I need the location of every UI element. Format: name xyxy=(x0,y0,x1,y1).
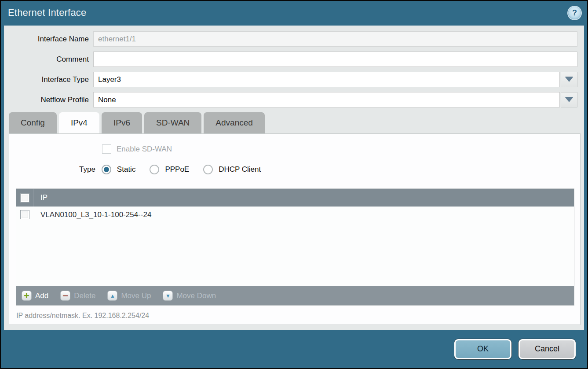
interface-type-dropdown-button[interactable] xyxy=(561,72,577,87)
title-bar: Ethernet Interface ? xyxy=(1,1,587,25)
arrow-up-icon: ▲ xyxy=(107,291,117,301)
select-all-checkbox[interactable] xyxy=(20,193,29,203)
enable-sdwan-label: Enable SD-WAN xyxy=(117,145,172,154)
select-all-cell xyxy=(16,189,33,207)
minus-icon: − xyxy=(60,291,70,301)
chevron-down-icon xyxy=(565,77,573,82)
move-down-button-label: Move Down xyxy=(176,292,216,300)
radio-dhcp-client[interactable] xyxy=(203,165,213,174)
ip-table-header: IP xyxy=(16,189,574,207)
delete-button-label: Delete xyxy=(74,292,95,300)
interface-form: Interface Name Comment Interface Type xyxy=(4,26,584,107)
dialog-title: Ethernet Interface xyxy=(8,7,86,18)
interface-name-label: Interface Name xyxy=(4,35,93,44)
arrow-down-icon: ▼ xyxy=(163,291,173,301)
radio-static-label: Static xyxy=(117,165,136,174)
add-button[interactable]: + Add xyxy=(22,291,48,301)
table-row[interactable]: VLAN0100_L3_10-1-100-254--24 xyxy=(16,207,574,223)
move-down-button: ▼ Move Down xyxy=(163,291,216,301)
cancel-button[interactable]: Cancel xyxy=(519,339,576,359)
ip-cell-value[interactable]: VLAN0100_L3_10-1-100-254--24 xyxy=(33,210,151,219)
add-button-label: Add xyxy=(35,292,48,300)
dialog-body: Interface Name Comment Interface Type xyxy=(4,26,584,330)
enable-sdwan-row: Enable SD-WAN xyxy=(102,144,172,154)
delete-button: − Delete xyxy=(60,291,95,301)
ipv4-tab-panel: Enable SD-WAN Type Static PPPoE DHCP Cli… xyxy=(9,133,581,325)
radio-static[interactable] xyxy=(102,165,111,174)
enable-sdwan-checkbox xyxy=(102,144,111,154)
dialog-footer: OK Cancel xyxy=(1,330,587,368)
netflow-profile-field[interactable] xyxy=(93,92,560,107)
tab-sdwan[interactable]: SD-WAN xyxy=(144,112,201,133)
radio-option-static[interactable]: Static xyxy=(102,165,136,174)
help-icon[interactable]: ? xyxy=(568,7,581,19)
interface-type-field[interactable] xyxy=(93,72,560,87)
ip-column-header: IP xyxy=(33,193,47,202)
row-checkbox[interactable] xyxy=(20,210,29,219)
plus-icon: + xyxy=(22,291,32,301)
move-up-button: ▲ Move Up xyxy=(107,291,151,301)
interface-name-field xyxy=(93,31,577,47)
tab-advanced[interactable]: Advanced xyxy=(204,112,265,133)
ip-table-body: VLAN0100_L3_10-1-100-254--24 xyxy=(16,207,574,286)
ip-format-hint: IP address/netmask. Ex. 192.168.2.254/24 xyxy=(16,312,149,320)
tab-config[interactable]: Config xyxy=(9,112,57,133)
form-row-interface-name: Interface Name xyxy=(4,31,577,47)
radio-dhcp-client-label: DHCP Client xyxy=(219,165,261,174)
tab-bar: Config IPv4 IPv6 SD-WAN Advanced xyxy=(9,112,584,133)
ip-table-toolbar: + Add − Delete ▲ Move Up ▼ Move Down xyxy=(16,286,574,305)
tab-ipv4[interactable]: IPv4 xyxy=(59,112,99,133)
tab-ipv6[interactable]: IPv6 xyxy=(102,112,142,133)
netflow-profile-dropdown-button[interactable] xyxy=(561,92,577,107)
radio-pppoe-label: PPPoE xyxy=(165,165,189,174)
netflow-profile-label: Netflow Profile xyxy=(4,96,93,104)
chevron-down-icon xyxy=(565,97,573,102)
form-row-netflow-profile: Netflow Profile xyxy=(4,92,577,107)
ok-button[interactable]: OK xyxy=(454,339,511,359)
comment-label: Comment xyxy=(4,55,93,64)
type-label: Type xyxy=(79,165,95,174)
interface-type-label: Interface Type xyxy=(4,75,93,84)
row-checkbox-cell xyxy=(16,207,33,223)
radio-option-dhcp-client[interactable]: DHCP Client xyxy=(203,165,261,174)
form-row-comment: Comment xyxy=(4,52,577,67)
form-row-interface-type: Interface Type xyxy=(4,72,577,87)
move-up-button-label: Move Up xyxy=(121,292,151,300)
ip-address-table: IP VLAN0100_L3_10-1-100-254--24 + Add xyxy=(16,188,574,306)
type-radio-group: Type Static PPPoE DHCP Client xyxy=(79,165,275,174)
radio-option-pppoe[interactable]: PPPoE xyxy=(150,165,189,174)
radio-pppoe[interactable] xyxy=(150,165,159,174)
ethernet-interface-dialog: Ethernet Interface ? Interface Name Comm… xyxy=(0,0,588,369)
comment-field[interactable] xyxy=(93,52,577,67)
